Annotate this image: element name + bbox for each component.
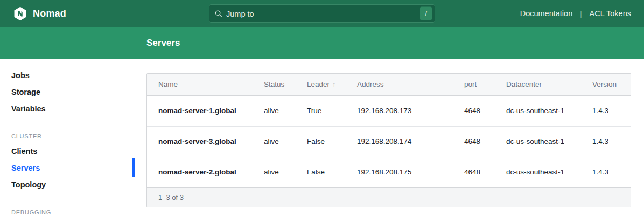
cell-version: 1.4.3 <box>592 95 631 126</box>
main-content: Name Status Leader↑ Address port Datacen… <box>135 59 644 217</box>
cell-leader: True <box>307 95 357 126</box>
top-navbar: Nomad / Documentation | ACL Tokens <box>0 0 644 27</box>
cell-status: alive <box>264 126 307 157</box>
column-header-address[interactable]: Address <box>357 74 464 95</box>
sidebar-item-clients[interactable]: Clients <box>0 143 135 159</box>
nav-links-divider: | <box>572 10 589 18</box>
column-header-status[interactable]: Status <box>264 74 307 95</box>
page-title: Servers <box>146 38 180 48</box>
brand-name: Nomad <box>33 8 66 19</box>
page-header: Servers <box>0 27 644 59</box>
sidebar-item-servers[interactable]: Servers <box>0 159 135 176</box>
cell-version: 1.4.3 <box>592 157 631 187</box>
search-icon <box>215 10 222 17</box>
cell-leader: False <box>307 126 357 157</box>
sidebar: Jobs Storage Variables CLUSTER Clients S… <box>0 59 135 217</box>
cell-status: alive <box>264 157 307 187</box>
cell-address: 192.168.208.173 <box>357 95 464 126</box>
column-header-label: Leader <box>307 80 330 88</box>
cell-version: 1.4.3 <box>592 126 631 157</box>
cell-name: nomad-server-2.global <box>147 157 264 187</box>
sort-asc-icon: ↑ <box>332 81 335 88</box>
cell-address: 192.168.208.175 <box>357 157 464 187</box>
cell-datacenter: dc-us-southeast-1 <box>506 126 592 157</box>
column-header-port[interactable]: port <box>464 74 506 95</box>
acl-tokens-link[interactable]: ACL Tokens <box>590 9 631 18</box>
nomad-logo-icon <box>13 6 27 21</box>
cell-leader: False <box>307 157 357 187</box>
jump-to-search[interactable]: / <box>209 5 435 23</box>
table-row[interactable]: nomad-server-1.global alive True 192.168… <box>147 95 631 126</box>
column-header-datacenter[interactable]: Datacenter <box>506 74 592 95</box>
sidebar-item-label: Storage <box>11 88 40 96</box>
sidebar-item-label: Jobs <box>11 71 30 80</box>
search-input[interactable] <box>226 9 420 18</box>
slash-shortcut-badge: / <box>420 7 432 20</box>
layout: Jobs Storage Variables CLUSTER Clients S… <box>0 59 644 217</box>
sidebar-divider <box>4 201 128 201</box>
cell-datacenter: dc-us-southeast-1 <box>506 157 592 187</box>
servers-table-card: Name Status Leader↑ Address port Datacen… <box>146 73 631 207</box>
column-header-name[interactable]: Name <box>147 74 264 95</box>
table-row[interactable]: nomad-server-3.global alive False 192.16… <box>147 126 631 157</box>
sidebar-item-variables[interactable]: Variables <box>0 100 135 117</box>
sidebar-item-label: Variables <box>11 104 46 113</box>
cell-port: 4648 <box>464 157 506 187</box>
sidebar-divider <box>4 125 128 125</box>
sidebar-item-storage[interactable]: Storage <box>0 83 135 100</box>
cell-name: nomad-server-3.global <box>147 126 264 157</box>
sidebar-item-label: Clients <box>11 147 37 156</box>
sidebar-item-topology[interactable]: Topology <box>0 176 135 193</box>
sidebar-item-label: Topology <box>11 180 46 189</box>
cell-datacenter: dc-us-southeast-1 <box>506 95 592 126</box>
sidebar-item-label: Servers <box>11 164 40 172</box>
column-header-version[interactable]: Version <box>592 74 631 95</box>
documentation-link[interactable]: Documentation <box>520 9 573 18</box>
table-row[interactable]: nomad-server-2.global alive False 192.16… <box>147 157 631 187</box>
sidebar-item-jobs[interactable]: Jobs <box>0 67 135 83</box>
sidebar-section-cluster: CLUSTER <box>11 133 135 139</box>
servers-table: Name Status Leader↑ Address port Datacen… <box>147 74 631 187</box>
sidebar-section-debugging: DEBUGGING <box>11 209 135 215</box>
table-header-row: Name Status Leader↑ Address port Datacen… <box>147 74 631 95</box>
cell-port: 4648 <box>464 95 506 126</box>
pagination-summary: 1–3 of 3 <box>147 187 631 207</box>
cell-name: nomad-server-1.global <box>147 95 264 126</box>
column-header-leader[interactable]: Leader↑ <box>307 74 357 95</box>
cell-status: alive <box>264 95 307 126</box>
nomad-brand-link[interactable]: Nomad <box>13 6 66 21</box>
cell-port: 4648 <box>464 126 506 157</box>
navbar-links: Documentation | ACL Tokens <box>520 9 631 18</box>
cell-address: 192.168.208.174 <box>357 126 464 157</box>
